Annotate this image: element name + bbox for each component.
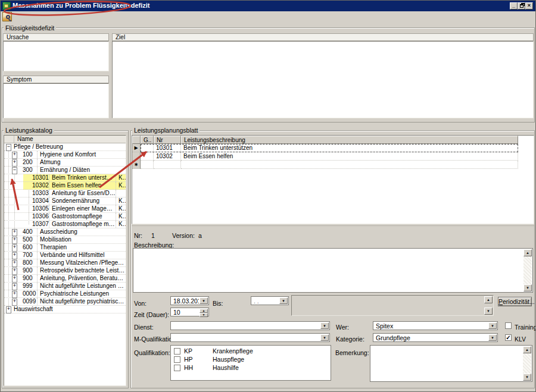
table-cell-nr[interactable]: 10301	[154, 144, 181, 152]
restore-button[interactable]	[518, 2, 525, 10]
bemerkung-scrollbar[interactable]: ▲▼	[523, 346, 531, 381]
wer-label: Wer:	[336, 324, 349, 331]
dienst-combo[interactable]: ▼	[170, 321, 330, 330]
tree-item[interactable]: +200Atmung	[4, 159, 126, 167]
expand-icon[interactable]: +	[6, 306, 11, 313]
table-cell-g[interactable]	[141, 144, 154, 152]
scroll-track[interactable]	[523, 353, 531, 374]
von-date-combo[interactable]: 18.03.2016 ▼	[170, 296, 209, 305]
qualifikation-checkbox[interactable]	[174, 356, 180, 363]
table-new-row[interactable]: ∗	[132, 161, 534, 169]
expand-icon[interactable]: +	[12, 159, 17, 167]
find-icon[interactable]	[2, 12, 12, 21]
dropdown-arrow-icon[interactable]: ▼	[320, 322, 329, 329]
expand-icon[interactable]: +	[12, 152, 17, 159]
tree-item[interactable]: +0099Nicht aufgeführte psychiatrische Le…	[4, 298, 126, 306]
tree-item[interactable]: +999Nicht aufgeführte Leistungen Pflege …	[4, 283, 126, 290]
catalog-tree[interactable]: Name −Pflege / Betreuung+100Hygiene und …	[4, 135, 126, 386]
dropdown-arrow-icon[interactable]: ▼	[200, 297, 208, 304]
tree-item[interactable]: −300Ernährung / Diäten	[4, 167, 126, 174]
collapse-icon[interactable]: −	[6, 144, 11, 151]
kategorie-combo[interactable]: Grundpflege ▼	[373, 333, 498, 342]
qualifikation-checkbox[interactable]	[174, 348, 180, 355]
tree-item[interactable]: +900Retrospektiv betrachtete Leistungen	[4, 267, 126, 275]
tree-item[interactable]: +600Therapien	[4, 244, 126, 252]
collapse-icon[interactable]: −	[12, 167, 17, 174]
table-cell-nr[interactable]	[154, 161, 181, 169]
minimize-button[interactable]: _	[510, 2, 518, 10]
spin-up-icon[interactable]: ▲	[200, 309, 208, 313]
app-icon	[2, 2, 11, 10]
expand-icon[interactable]: +	[12, 237, 17, 244]
scroll-track[interactable]	[523, 256, 532, 284]
spinner-buttons[interactable]: ▲▼	[200, 309, 208, 315]
training-checkbox[interactable]	[505, 322, 512, 329]
tree-item[interactable]: 10301Beim Trinken unterstützenKLV	[4, 174, 126, 182]
expand-icon[interactable]: +	[12, 291, 17, 298]
tree-item[interactable]: 10303Anleitung für Essen/Diät	[4, 190, 126, 197]
table-row[interactable]: 10302 Beim Essen helfen	[132, 152, 534, 161]
mqualifikation-combo[interactable]: ▼	[170, 333, 330, 342]
table-cell-nr[interactable]: 10302	[154, 152, 181, 161]
tree-item[interactable]: +Hauswirtschaft	[4, 306, 126, 313]
ursache-field[interactable]	[3, 41, 109, 71]
qualifikation-list[interactable]: KP Krankenpflege HP Hauspflege HH Haushi…	[170, 345, 331, 381]
table-row[interactable]: ▶ 10301 Beim Trinken unterstützen	[132, 144, 534, 152]
table-header-g[interactable]: G..	[141, 136, 154, 144]
tree-item[interactable]: +400Ausscheidung	[4, 228, 126, 236]
expand-icon[interactable]: +	[12, 275, 17, 283]
expand-icon[interactable]: +	[12, 299, 17, 306]
bemerkung-textarea[interactable]: ▲▼	[370, 345, 532, 382]
scroll-down-icon[interactable]: ▼	[523, 284, 532, 291]
tree-item[interactable]: 10306GastrostomapflegeKLV	[4, 213, 126, 221]
qualifikation-item[interactable]: KP Krankenpflege	[171, 347, 331, 355]
spin-down-icon[interactable]: ▼	[200, 313, 208, 317]
qualifikation-checkbox[interactable]	[174, 365, 180, 371]
tree-item[interactable]: +500Mobilisation	[4, 236, 126, 244]
scroll-up-icon[interactable]: ▲	[523, 346, 531, 353]
tree-item[interactable]: +800Messung Vitalzeichen /Pflegehandlung…	[4, 259, 126, 267]
tree-item[interactable]: +0000Psychiatrische Leistungen	[4, 290, 126, 298]
table-cell-beschreibung[interactable]: Beim Trinken unterstützen	[181, 144, 518, 152]
dropdown-arrow-icon[interactable]: ▼	[279, 297, 288, 304]
wer-combo[interactable]: Spitex ▼	[373, 321, 498, 330]
table-header-nr[interactable]: Nr	[154, 136, 181, 144]
expand-icon[interactable]: +	[12, 260, 17, 267]
klv-checkbox[interactable]: ✓	[505, 334, 512, 341]
tree-item[interactable]: +700Verbände und Hilfsmittel	[4, 252, 126, 259]
beschreibung-scrollbar[interactable]: ▲▼	[523, 249, 532, 291]
dropdown-arrow-icon[interactable]: ▼	[320, 334, 329, 341]
tree-item[interactable]: 10307Gastrostomapflege mit Kompl...KLV	[4, 221, 126, 228]
planning-table[interactable]: G.. Nr Leistungsbeschreibung ▶ 10301 Bei…	[132, 135, 534, 224]
scroll-down-icon[interactable]: ▼	[523, 374, 531, 381]
expand-icon[interactable]: +	[12, 244, 17, 252]
qualifikation-item[interactable]: HP Hauspflege	[171, 356, 331, 363]
tree-item[interactable]: 10305Einlegen einer MagensondeKLV	[4, 205, 126, 213]
beschreibung-textarea[interactable]: ▲▼	[133, 248, 533, 293]
expand-icon[interactable]: +	[12, 252, 17, 259]
bis-date-combo[interactable]: . . ▼	[251, 296, 289, 305]
table-header-beschreibung[interactable]: Leistungsbeschreibung	[181, 136, 518, 144]
qualifikation-item[interactable]: HH Haushilfe	[171, 364, 331, 372]
tree-item[interactable]: 10302Beim Essen helfenKLV	[4, 182, 126, 190]
expand-icon[interactable]: +	[12, 268, 17, 275]
symptom-field[interactable]	[3, 83, 109, 118]
ziel-field[interactable]	[112, 41, 534, 118]
table-cell-g[interactable]	[141, 161, 154, 169]
tree-item[interactable]: 10304SondenernährungKLV	[4, 197, 126, 205]
expand-icon[interactable]: +	[12, 283, 17, 290]
table-cell-beschreibung[interactable]	[181, 161, 518, 169]
table-cell-g[interactable]	[141, 152, 154, 161]
tree-item[interactable]: +900Anleitung, Prävention, Beratung, Beg…	[4, 275, 126, 283]
scroll-up-icon[interactable]: ▲	[523, 249, 532, 256]
dropdown-arrow-icon[interactable]: ▼	[488, 334, 497, 341]
periodizitaet-button[interactable]: Periodizität...	[498, 297, 532, 306]
close-button[interactable]: ×	[525, 2, 533, 10]
table-cell-beschreibung[interactable]: Beim Essen helfen	[181, 152, 518, 161]
zeit-spinner[interactable]: 10 ▲▼	[170, 308, 209, 316]
expand-icon[interactable]: +	[12, 229, 17, 236]
tree-item[interactable]: +100Hygiene und Komfort	[4, 151, 126, 159]
tree-column-header[interactable]: Name	[4, 136, 126, 143]
dropdown-arrow-icon[interactable]: ▼	[488, 322, 497, 329]
tree-item[interactable]: −Pflege / Betreuung	[4, 143, 126, 151]
